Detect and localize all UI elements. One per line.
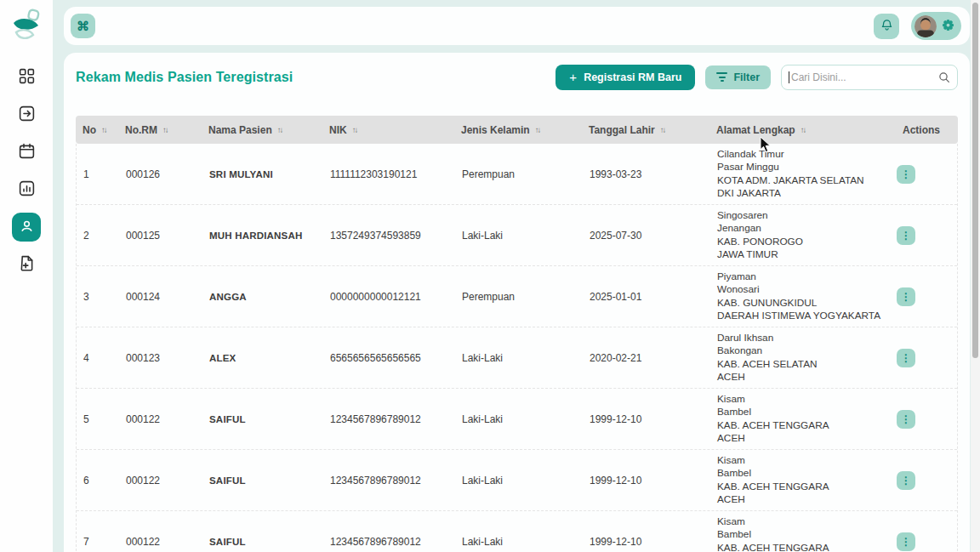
alamat-line: ACEH [717,493,892,507]
sort-icon[interactable]: ↑↓ [277,125,282,134]
sidebar-item-new-record[interactable] [12,250,41,279]
column-label: Jenis Kelamin [461,124,530,136]
cell-no-rm: 000124 [119,291,202,303]
search-input[interactable] [781,65,958,90]
row-actions-button[interactable]: ⋮ [897,287,915,306]
alamat-line: KAB. ACEH SELATAN [717,358,892,372]
sidebar-item-patients[interactable] [12,213,41,242]
column-header-jenis-kelamin[interactable]: Jenis Kelamin↑↓ [454,124,582,136]
cell-nama-pasien: SRI MULYANI [202,169,323,179]
sort-icon[interactable]: ↑↓ [101,125,106,134]
table-row: 7 000122 SAIFUL 1234567896789012 Laki-La… [77,511,957,552]
table-row: 6 000122 SAIFUL 1234567896789012 Laki-La… [77,450,957,511]
sidebar-item-schedule[interactable] [12,138,41,167]
gear-icon [942,19,954,34]
column-header-actions: Actions [891,124,958,136]
column-header-no[interactable]: No↑↓ [76,124,118,136]
cell-tanggal-lahir: 1993-03-23 [583,168,710,180]
column-label: Actions [903,124,940,136]
column-label: NIK [329,124,347,136]
sidebar-item-login[interactable] [12,100,41,129]
command-menu-button[interactable]: ⌘ [71,14,95,38]
row-actions-button[interactable]: ⋮ [897,532,915,551]
cell-alamat-lengkap: Cilandak TimurPasar MingguKOTA ADM. JAKA… [710,148,892,201]
alamat-line: KAB. ACEH TENGGARA [717,481,892,494]
alamat-line: DKI JAKARTA [717,187,892,201]
cell-jenis-kelamin: Laki-Laki [455,352,583,364]
cell-actions: ⋮ [892,165,957,184]
column-header-nik[interactable]: NIK↑↓ [322,124,454,136]
alamat-line: Kisam [717,454,892,468]
kebab-icon: ⋮ [901,537,911,547]
cell-nik: 1234567896789012 [323,475,455,487]
column-header-tanggal-lahir[interactable]: Tanggal Lahir↑↓ [582,124,709,136]
cell-nik: 1357249374593859 [323,230,455,242]
alamat-line: Bambel [717,528,892,542]
row-actions-button[interactable]: ⋮ [897,165,915,184]
sort-icon[interactable]: ↑↓ [162,125,168,134]
kebab-icon: ⋮ [901,475,911,486]
cell-nama-pasien: SAIFUL [202,414,323,424]
row-actions-button[interactable]: ⋮ [897,410,915,429]
cell-tanggal-lahir: 1999-12-10 [583,536,710,548]
alamat-line: Bambel [717,467,892,481]
cell-nama-pasien: SAIFUL [202,537,323,547]
column-label: No.RM [125,124,157,136]
cell-jenis-kelamin: Laki-Laki [455,475,583,487]
alamat-line: ACEH [717,371,892,384]
alamat-line: ACEH [717,432,892,446]
register-rm-label: Registrasi RM Baru [584,71,681,83]
cell-nik: 6565656565656565 [323,352,455,364]
row-actions-button[interactable]: ⋮ [897,226,915,245]
filter-label: Filter [733,71,760,83]
cell-actions: ⋮ [892,349,957,367]
command-icon: ⌘ [77,19,89,34]
scrollbar-thumb[interactable] [972,3,978,358]
calendar-icon [18,142,36,162]
sort-icon[interactable]: ↑↓ [535,125,540,134]
cell-alamat-lengkap: KisamBambelKAB. ACEH TENGGARAACEH [710,515,892,552]
cell-jenis-kelamin: Perempuan [455,168,583,180]
plus-icon: + [569,71,577,83]
patient-card-icon [18,217,36,237]
search-icon[interactable] [937,71,951,84]
cell-jenis-kelamin: Laki-Laki [455,536,583,548]
profile-menu-button[interactable] [911,12,961,40]
cell-tanggal-lahir: 2025-07-30 [583,230,710,242]
alamat-line: DAERAH ISTIMEWA YOGYAKARTA [717,310,892,323]
sort-icon[interactable]: ↑↓ [660,125,665,134]
text-caret [789,71,789,83]
sidebar-nav [12,63,41,279]
sort-icon[interactable]: ↑↓ [801,125,806,134]
cell-actions: ⋮ [892,410,957,429]
cell-no: 1 [77,168,119,180]
alamat-line: KAB. ACEH TENGGARA [717,419,892,433]
cell-no: 2 [77,230,119,242]
sidebar-item-dashboard[interactable] [12,63,41,92]
kebab-icon: ⋮ [901,169,911,179]
table-body: 1 000126 SRI MULYANI 1111112303190121 Pe… [76,144,958,552]
alamat-line: Singosaren [717,209,892,223]
scrollbar-track [971,0,980,552]
page-title: Rekam Medis Pasien Teregistrasi [76,70,293,85]
column-header-nama-pasien[interactable]: Nama Pasien↑↓ [202,124,322,136]
sidebar-item-reports[interactable] [12,175,41,204]
bar-chart-square-icon [18,179,36,200]
column-header-no-rm[interactable]: No.RM↑↓ [118,124,202,136]
cell-nik: 1234567896789012 [323,413,455,425]
register-rm-button[interactable]: + Registrasi RM Baru [556,65,695,90]
sort-icon[interactable]: ↑↓ [352,125,357,134]
alamat-line: Pasar Minggu [717,161,892,174]
cell-alamat-lengkap: SingosarenJenanganKAB. PONOROGOJAWA TIMU… [710,209,892,262]
cell-nama-pasien: MUH HARDIANSAH [202,230,323,241]
cell-tanggal-lahir: 2020-02-21 [583,352,710,364]
cell-actions: ⋮ [892,471,957,490]
column-label: No [83,124,96,136]
notifications-button[interactable] [874,14,899,39]
column-header-alamat-lengkap[interactable]: Alamat Lengkap↑↓ [709,124,891,136]
filter-button[interactable]: Filter [705,65,771,89]
cell-no-rm: 000125 [119,230,202,242]
row-actions-button[interactable]: ⋮ [897,349,915,367]
row-actions-button[interactable]: ⋮ [897,471,915,490]
user-avatar [914,15,937,37]
